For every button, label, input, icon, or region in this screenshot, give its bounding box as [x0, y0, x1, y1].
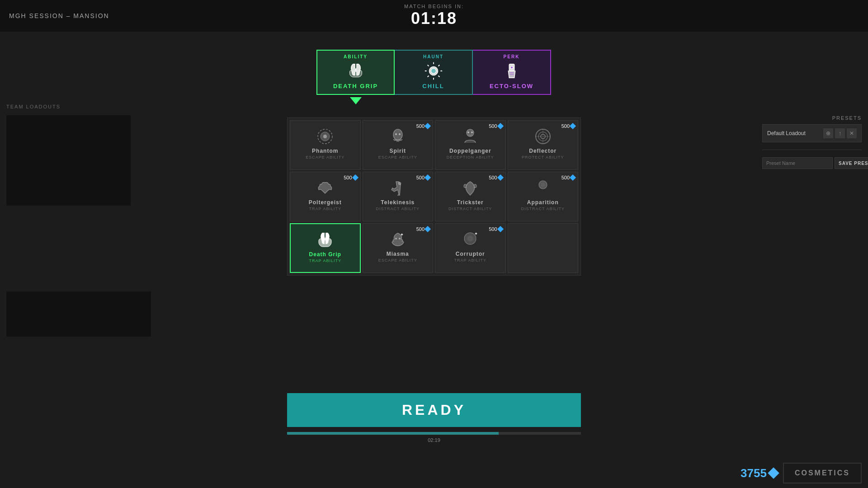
poltergeist-name: Poltergeist — [309, 199, 342, 206]
tab-ability-label: ABILITY — [344, 54, 368, 59]
svg-point-26 — [398, 182, 401, 185]
miasma-icon — [388, 228, 408, 251]
doppelganger-cost: 500 — [489, 123, 502, 129]
tab-perk-icon — [501, 59, 522, 83]
cosmetics-button[interactable]: COSMETICS — [783, 463, 862, 483]
team-loadouts-panel — [6, 115, 131, 206]
preset-default-row: Default Loadout ⊕ ↑ ✕ — [762, 124, 862, 142]
tabs-wrapper: ABILITY DEATH GRIP HAUNT — [316, 50, 552, 95]
doppelganger-type: DECEPTION ABILITY — [447, 155, 494, 160]
death-grip-type: TRAP ABILITY — [309, 258, 341, 263]
svg-point-14 — [323, 135, 327, 138]
presets-panel: PRESETS Default Loadout ⊕ ↑ ✕ SAVE PRESE… — [762, 115, 862, 169]
ability-card-phantom[interactable]: Phantom ESCAPE ABILITY — [290, 120, 361, 170]
svg-point-20 — [471, 131, 473, 133]
tab-perk-label: PERK — [504, 54, 520, 59]
corruptor-icon — [460, 228, 480, 251]
corruptor-name: Corruptor — [456, 251, 485, 257]
ability-card-trickster[interactable]: 500 Trickster DISTRACT ABILITY — [435, 172, 506, 221]
tab-ability-name: DEATH GRIP — [333, 83, 378, 89]
ability-grid: Phantom ESCAPE ABILITY 500 Spirit ESCAPE… — [290, 120, 578, 273]
diamond-icon-4 — [352, 174, 358, 181]
preset-share-button[interactable]: ↑ — [835, 128, 845, 138]
svg-point-28 — [541, 183, 545, 187]
trickster-type: DISTRACT ABILITY — [448, 206, 492, 211]
phantom-name: Phantom — [312, 148, 338, 154]
poltergeist-cost: 500 — [344, 175, 357, 180]
telekinesis-name: Telekinesis — [381, 199, 415, 206]
tab-haunt-icon — [423, 59, 444, 83]
svg-point-16 — [395, 133, 397, 135]
tab-haunt-label: HAUNT — [423, 54, 443, 59]
deflector-type: PROTECT ABILITY — [522, 155, 564, 160]
preset-input-row: SAVE PRESET — [762, 157, 862, 169]
currency-amount: 3755 — [741, 466, 767, 480]
progress-bar-fill — [287, 432, 499, 435]
svg-point-29 — [395, 238, 397, 239]
svg-line-8 — [427, 76, 429, 77]
svg-point-1 — [431, 68, 436, 74]
apparition-cost: 500 — [561, 175, 575, 180]
telekinesis-cost: 500 — [416, 175, 430, 180]
phantom-icon — [315, 125, 335, 148]
deflector-name: Deflector — [529, 148, 557, 154]
preset-default-name: Default Loadout — [767, 130, 806, 136]
spirit-name: Spirit — [389, 148, 406, 154]
doppelganger-icon — [460, 125, 480, 148]
diamond-icon-2 — [497, 123, 503, 129]
ability-card-spirit[interactable]: 500 Spirit ESCAPE ABILITY — [363, 120, 434, 170]
doppelganger-name: Doppelganger — [449, 148, 491, 154]
telekinesis-icon — [388, 177, 408, 199]
svg-line-6 — [427, 65, 429, 66]
ability-card-poltergeist[interactable]: 500 Poltergeist TRAP ABILITY — [290, 172, 361, 221]
trickster-icon — [460, 177, 480, 199]
tab-haunt[interactable]: HAUNT CHILL — [395, 50, 473, 95]
spirit-icon — [388, 125, 408, 148]
ability-card-apparition[interactable]: 500 Apparition DISTRACT ABILITY — [508, 172, 579, 221]
session-title: MGH SESSION – MANSION — [9, 12, 109, 19]
progress-bar-container — [287, 432, 581, 435]
phantom-type: ESCAPE ABILITY — [306, 155, 344, 160]
svg-point-32 — [467, 235, 473, 242]
ready-button[interactable]: READY — [287, 393, 581, 427]
ability-grid-container: Phantom ESCAPE ABILITY 500 Spirit ESCAPE… — [287, 117, 581, 276]
trickster-cost: 500 — [489, 175, 502, 180]
svg-point-11 — [510, 66, 513, 69]
diamond-icon — [425, 123, 431, 129]
preset-name-input[interactable] — [762, 157, 833, 169]
tab-ability-icon — [345, 59, 366, 83]
spirit-cost: 500 — [416, 123, 430, 129]
svg-point-19 — [467, 131, 469, 133]
ability-card-deflector[interactable]: 500 Deflector PROTECT ABILITY — [508, 120, 579, 170]
currency-diamond-icon — [768, 467, 779, 479]
ability-card-death-grip[interactable]: Death Grip TRAP ABILITY — [290, 223, 361, 273]
timer-container: MATCH BEGINS IN: 01:18 — [404, 4, 464, 28]
svg-point-15 — [393, 129, 402, 140]
ability-card-miasma[interactable]: 500 Miasma ESCAPE ABILITY — [363, 223, 434, 273]
death-grip-icon — [315, 229, 335, 251]
svg-point-17 — [399, 133, 401, 135]
tab-perk-name: ECTO-SLOW — [490, 83, 533, 89]
tab-perk[interactable]: PERK ECTO-SLOW — [473, 50, 551, 95]
miasma-name: Miasma — [387, 251, 409, 257]
apparition-name: Apparition — [527, 199, 559, 206]
diamond-icon-5 — [425, 174, 431, 181]
corruptor-cost: 500 — [489, 226, 502, 232]
save-preset-button[interactable]: SAVE PRESET — [835, 157, 868, 169]
team-loadouts-label: TEAM LOADOUTS — [6, 104, 61, 109]
svg-line-7 — [438, 65, 439, 66]
deflector-cost: 500 — [561, 123, 575, 129]
preset-copy-button[interactable]: ⊕ — [823, 128, 833, 138]
bottom-left-panel — [6, 291, 151, 337]
progress-bar-label: 02:19 — [428, 437, 440, 443]
ability-card-doppelganger[interactable]: 500 Doppelganger DECEPTION ABILITY — [435, 120, 506, 170]
currency-display: 3755 — [741, 466, 778, 480]
poltergeist-type: TRAP ABILITY — [309, 206, 341, 211]
corruptor-type: TRAP ABILITY — [454, 258, 486, 263]
ability-card-telekinesis[interactable]: 500 Telekinesis DISTRACT ABILITY — [363, 172, 434, 221]
ability-card-corruptor[interactable]: 500 Corruptor TRAP ABILITY — [435, 223, 506, 273]
preset-divider — [762, 150, 862, 150]
preset-delete-button[interactable]: ✕ — [847, 128, 857, 138]
svg-point-30 — [399, 238, 401, 239]
tab-ability[interactable]: ABILITY DEATH GRIP — [316, 50, 395, 95]
